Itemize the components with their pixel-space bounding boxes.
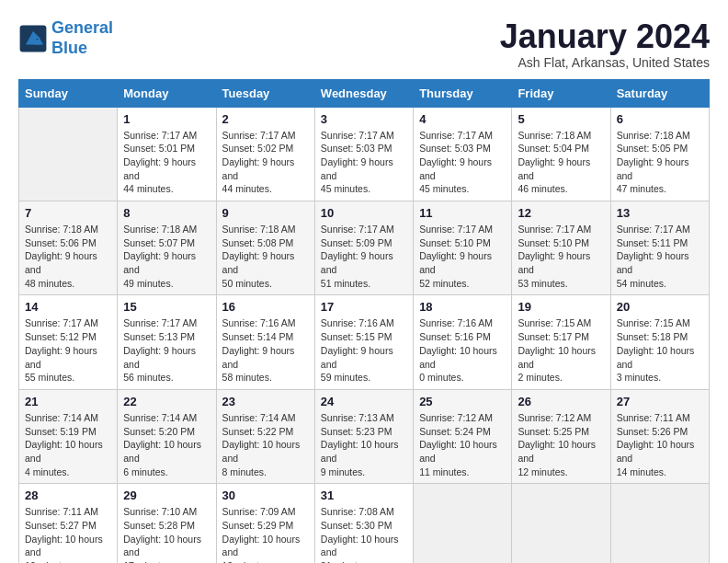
calendar-cell: 29 Sunrise: 7:10 AMSunset: 5:28 PMDaylig… [118,484,216,563]
calendar-cell [414,484,512,563]
col-header-friday: Friday [512,79,610,107]
calendar-cell: 31 Sunrise: 7:08 AMSunset: 5:30 PMDaylig… [314,484,413,563]
day-number: 21 [25,395,111,408]
col-header-wednesday: Wednesday [314,79,413,107]
title-block: January 2024 Ash Flat, Arkansas, United … [500,18,710,70]
day-info: Sunrise: 7:18 AMSunset: 5:04 PMDaylight:… [518,129,604,196]
day-number: 31 [321,488,407,502]
calendar-cell: 18 Sunrise: 7:16 AMSunset: 5:16 PMDaylig… [414,295,512,389]
day-info: Sunrise: 7:14 AMSunset: 5:20 PMDaylight:… [123,411,210,478]
day-info: Sunrise: 7:17 AMSunset: 5:09 PMDaylight:… [321,223,407,290]
calendar-cell: 17 Sunrise: 7:16 AMSunset: 5:15 PMDaylig… [314,295,413,389]
day-info: Sunrise: 7:17 AMSunset: 5:03 PMDaylight:… [321,129,407,196]
calendar-table: SundayMondayTuesdayWednesdayThursdayFrid… [18,79,710,563]
day-info: Sunrise: 7:15 AMSunset: 5:18 PMDaylight:… [617,316,703,384]
location-subtitle: Ash Flat, Arkansas, United States [500,55,710,70]
col-header-sunday: Sunday [19,79,118,107]
day-info: Sunrise: 7:17 AMSunset: 5:01 PMDaylight:… [123,129,210,196]
day-info: Sunrise: 7:13 AMSunset: 5:23 PMDaylight:… [321,411,407,478]
calendar-cell: 2 Sunrise: 7:17 AMSunset: 5:02 PMDayligh… [216,107,314,201]
logo: General Blue [18,18,113,58]
day-number: 27 [617,395,703,408]
day-number: 5 [518,112,604,126]
day-info: Sunrise: 7:12 AMSunset: 5:25 PMDaylight:… [518,411,604,478]
calendar-cell: 8 Sunrise: 7:18 AMSunset: 5:07 PMDayligh… [118,201,216,295]
day-number: 1 [123,112,210,126]
calendar-cell: 1 Sunrise: 7:17 AMSunset: 5:01 PMDayligh… [118,107,216,201]
calendar-cell: 16 Sunrise: 7:16 AMSunset: 5:14 PMDaylig… [216,295,314,389]
calendar-cell: 14 Sunrise: 7:17 AMSunset: 5:12 PMDaylig… [19,295,118,389]
logo-text: General Blue [51,18,113,58]
day-number: 14 [25,300,111,314]
month-title: January 2024 [500,18,710,55]
day-number: 15 [123,300,210,314]
calendar-cell: 9 Sunrise: 7:18 AMSunset: 5:08 PMDayligh… [216,201,314,295]
col-header-tuesday: Tuesday [216,79,314,107]
calendar-cell: 24 Sunrise: 7:13 AMSunset: 5:23 PMDaylig… [314,389,413,483]
calendar-cell: 7 Sunrise: 7:18 AMSunset: 5:06 PMDayligh… [19,201,118,295]
calendar-cell: 23 Sunrise: 7:14 AMSunset: 5:22 PMDaylig… [216,389,314,483]
day-info: Sunrise: 7:16 AMSunset: 5:15 PMDaylight:… [321,316,407,384]
col-header-monday: Monday [118,79,216,107]
day-number: 25 [419,395,506,408]
day-info: Sunrise: 7:17 AMSunset: 5:10 PMDaylight:… [518,223,604,290]
day-info: Sunrise: 7:15 AMSunset: 5:17 PMDaylight:… [518,316,604,384]
day-info: Sunrise: 7:14 AMSunset: 5:22 PMDaylight:… [222,411,309,478]
day-info: Sunrise: 7:17 AMSunset: 5:03 PMDaylight:… [419,129,506,196]
day-number: 16 [222,300,309,314]
day-info: Sunrise: 7:10 AMSunset: 5:28 PMDaylight:… [123,505,210,563]
logo-icon [18,24,48,53]
calendar-cell: 28 Sunrise: 7:11 AMSunset: 5:27 PMDaylig… [19,484,118,563]
calendar-week-1: 1 Sunrise: 7:17 AMSunset: 5:01 PMDayligh… [19,107,710,201]
day-info: Sunrise: 7:17 AMSunset: 5:13 PMDaylight:… [123,316,210,384]
day-info: Sunrise: 7:18 AMSunset: 5:05 PMDaylight:… [617,129,703,196]
calendar-cell [512,484,610,563]
calendar-cell: 4 Sunrise: 7:17 AMSunset: 5:03 PMDayligh… [414,107,512,201]
day-number: 12 [518,206,604,220]
day-info: Sunrise: 7:17 AMSunset: 5:10 PMDaylight:… [419,223,506,290]
day-number: 9 [222,206,309,220]
day-number: 19 [518,300,604,314]
day-number: 11 [419,206,506,220]
day-number: 23 [222,395,309,408]
calendar-cell: 15 Sunrise: 7:17 AMSunset: 5:13 PMDaylig… [118,295,216,389]
day-info: Sunrise: 7:08 AMSunset: 5:30 PMDaylight:… [321,505,407,563]
calendar-week-4: 21 Sunrise: 7:14 AMSunset: 5:19 PMDaylig… [19,389,710,483]
calendar-cell: 10 Sunrise: 7:17 AMSunset: 5:09 PMDaylig… [314,201,413,295]
calendar-cell: 20 Sunrise: 7:15 AMSunset: 5:18 PMDaylig… [610,295,709,389]
col-header-saturday: Saturday [610,79,709,107]
day-info: Sunrise: 7:17 AMSunset: 5:12 PMDaylight:… [25,316,111,384]
calendar-week-2: 7 Sunrise: 7:18 AMSunset: 5:06 PMDayligh… [19,201,710,295]
day-info: Sunrise: 7:11 AMSunset: 5:26 PMDaylight:… [617,411,703,478]
day-number: 20 [617,300,703,314]
calendar-cell: 13 Sunrise: 7:17 AMSunset: 5:11 PMDaylig… [610,201,709,295]
calendar-week-5: 28 Sunrise: 7:11 AMSunset: 5:27 PMDaylig… [19,484,710,563]
day-info: Sunrise: 7:09 AMSunset: 5:29 PMDaylight:… [222,505,309,563]
calendar-header: SundayMondayTuesdayWednesdayThursdayFrid… [19,79,710,107]
day-info: Sunrise: 7:17 AMSunset: 5:11 PMDaylight:… [617,223,703,290]
calendar-cell [19,107,118,201]
calendar-cell: 25 Sunrise: 7:12 AMSunset: 5:24 PMDaylig… [414,389,512,483]
calendar-cell [610,484,709,563]
day-number: 7 [25,206,111,220]
calendar-week-3: 14 Sunrise: 7:17 AMSunset: 5:12 PMDaylig… [19,295,710,389]
calendar-cell: 5 Sunrise: 7:18 AMSunset: 5:04 PMDayligh… [512,107,610,201]
calendar-cell: 22 Sunrise: 7:14 AMSunset: 5:20 PMDaylig… [118,389,216,483]
calendar-cell: 11 Sunrise: 7:17 AMSunset: 5:10 PMDaylig… [414,201,512,295]
day-info: Sunrise: 7:11 AMSunset: 5:27 PMDaylight:… [25,505,111,563]
day-info: Sunrise: 7:12 AMSunset: 5:24 PMDaylight:… [419,411,506,478]
calendar-cell: 3 Sunrise: 7:17 AMSunset: 5:03 PMDayligh… [314,107,413,201]
col-header-thursday: Thursday [414,79,512,107]
day-number: 17 [321,300,407,314]
day-number: 24 [321,395,407,408]
day-number: 18 [419,300,506,314]
day-number: 30 [222,488,309,502]
day-number: 26 [518,395,604,408]
day-number: 3 [321,112,407,126]
day-number: 10 [321,206,407,220]
day-number: 13 [617,206,703,220]
day-info: Sunrise: 7:18 AMSunset: 5:08 PMDaylight:… [222,223,309,290]
day-info: Sunrise: 7:17 AMSunset: 5:02 PMDaylight:… [222,129,309,196]
calendar-cell: 19 Sunrise: 7:15 AMSunset: 5:17 PMDaylig… [512,295,610,389]
calendar-cell: 21 Sunrise: 7:14 AMSunset: 5:19 PMDaylig… [19,389,118,483]
